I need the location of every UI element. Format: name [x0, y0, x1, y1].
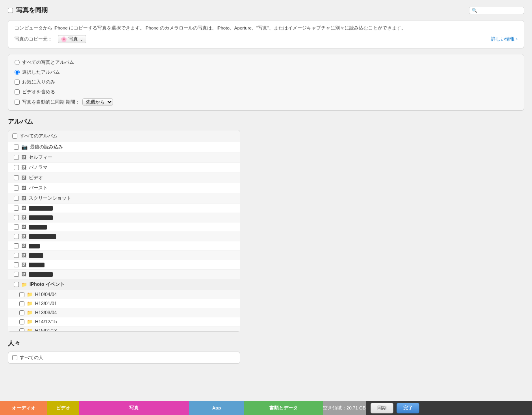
album-checkbox[interactable] [14, 196, 19, 201]
folder-icon: 📁 [21, 282, 27, 287]
auto-sync-label: 写真を自動的に同期 期間： [22, 99, 80, 106]
list-item[interactable]: 🖼 [8, 251, 240, 260]
event-name: H10/04/04 [35, 292, 57, 297]
done-button[interactable]: 完了 [397, 403, 419, 413]
all-photos-radio[interactable] [15, 60, 20, 65]
free-space-segment: 空き領域：20.71 GB [323, 401, 366, 415]
event-folder-icon: 📁 [27, 328, 33, 331]
list-item[interactable]: 📁 H15/01/13 [8, 326, 240, 331]
album-checkbox[interactable] [14, 215, 19, 220]
iphoto-label: iPhoto イベント [30, 281, 65, 288]
list-item[interactable]: 🖼 ビデオ [8, 173, 240, 183]
list-item[interactable]: 🖼 [8, 204, 240, 213]
album-icon: 🖼 [21, 154, 26, 160]
list-item[interactable]: 📁 H13/03/04 [8, 308, 240, 317]
sync-checkbox[interactable] [8, 8, 13, 13]
list-item[interactable]: 🖼 [8, 213, 240, 222]
event-folder-icon: 📁 [27, 301, 33, 306]
event-name: H13/03/04 [35, 310, 57, 315]
list-item[interactable]: 🖼 スクリーンショット [8, 193, 240, 204]
album-checkbox[interactable] [14, 206, 19, 211]
album-checkbox[interactable] [14, 253, 19, 258]
list-item[interactable]: 🖼 [8, 232, 240, 241]
album-icon: 🖼 [21, 243, 26, 249]
album-icon: 📷 [21, 144, 28, 150]
video-segment: ビデオ [47, 401, 79, 415]
all-photos-option[interactable]: すべての写真とアルバム [15, 59, 517, 66]
album-icon: 🖼 [21, 233, 26, 239]
source-name: 写真 [69, 36, 78, 42]
event-checkbox[interactable] [19, 319, 24, 324]
album-checkbox[interactable] [14, 272, 19, 277]
auto-sync-option[interactable]: 写真を自動的に同期 期間： 先週から 先月から 先年から [15, 98, 517, 106]
list-item[interactable]: 🖼 セルフィー [8, 152, 240, 163]
list-item[interactable]: 📁 H14/12/15 [8, 317, 240, 326]
all-albums-row[interactable]: すべてのアルバム [8, 130, 240, 142]
album-icon: 🖼 [21, 175, 26, 181]
album-checkbox[interactable] [14, 165, 19, 170]
list-item[interactable]: 🖼 パノラマ [8, 163, 240, 173]
source-selector[interactable]: 🌸 写真 ⌄ [58, 35, 86, 43]
event-checkbox[interactable] [19, 328, 24, 332]
album-checkbox[interactable] [14, 243, 19, 248]
books-label: 書類とデータ [269, 405, 298, 411]
video-label: ビデオ [56, 405, 70, 411]
include-video-option[interactable]: ビデオを含める [15, 89, 517, 95]
album-checkbox[interactable] [14, 224, 19, 230]
app-segment: App [189, 401, 244, 415]
list-item[interactable]: 🖼 バースト [8, 183, 240, 193]
album-icon: 🖼 [21, 195, 26, 201]
album-checkbox[interactable] [14, 234, 19, 239]
album-list-container: すべてのアルバム 📷 最後の読み込み 🖼 セルフィー 🖼 パノラマ 🖼 [8, 130, 240, 332]
free-space-label: 空き領域：20.71 GB [323, 405, 366, 411]
album-checkbox[interactable] [14, 185, 19, 191]
list-item[interactable]: 🖼 [8, 222, 240, 232]
iphoto-checkbox[interactable] [14, 282, 19, 287]
audio-label: オーディオ [12, 405, 35, 411]
album-checkbox[interactable] [14, 175, 19, 180]
album-icon: 🖼 [21, 271, 26, 277]
list-item[interactable]: 📷 最後の読み込み [8, 142, 240, 152]
bottom-buttons: 同期 完了 [366, 403, 424, 413]
list-item[interactable]: 📁 H10/04/04 [8, 290, 240, 299]
search-box: 🔍 [469, 7, 524, 14]
search-input[interactable] [479, 8, 518, 13]
detail-link[interactable]: 詳しい情報 › [491, 36, 517, 42]
selected-albums-option[interactable]: 選択したアルバム [15, 69, 517, 76]
album-icon: 🖼 [21, 215, 26, 220]
people-box: すべての人 [8, 352, 240, 364]
event-checkbox[interactable] [19, 292, 24, 297]
copy-source-label: 写真のコピー元： [15, 36, 52, 42]
album-name: セルフィー [29, 154, 52, 161]
event-checkbox[interactable] [19, 310, 24, 315]
all-albums-checkbox[interactable] [12, 133, 17, 139]
album-name: パノラマ [29, 164, 48, 171]
selected-albums-label: 選択したアルバム [22, 69, 60, 76]
list-item[interactable]: 🖼 [8, 241, 240, 251]
album-name-blurred [29, 253, 43, 258]
auto-sync-checkbox[interactable] [15, 100, 20, 105]
album-checkbox[interactable] [14, 155, 19, 160]
all-people-checkbox[interactable] [12, 355, 17, 360]
album-checkbox[interactable] [14, 262, 19, 267]
album-icon: 🖼 [21, 165, 26, 170]
favorites-option[interactable]: お気に入りのみ [15, 79, 517, 85]
photo-label: 写真 [129, 405, 139, 411]
album-name: バースト [29, 185, 48, 191]
list-item[interactable]: 📁 H13/01/01 [8, 299, 240, 308]
selected-albums-radio[interactable] [15, 70, 20, 75]
album-checkbox[interactable] [14, 145, 19, 150]
source-chevron-icon: ⌄ [80, 37, 83, 42]
list-item[interactable]: 🖼 [8, 270, 240, 279]
include-video-checkbox[interactable] [15, 89, 20, 94]
period-select[interactable]: 先週から 先月から 先年から [82, 98, 113, 106]
event-checkbox[interactable] [19, 301, 24, 306]
album-icon: 🖼 [21, 205, 26, 211]
bottom-bar: オーディオ ビデオ 写真 App 書類とデータ 空き領域：20.71 GB 同期… [0, 401, 532, 415]
album-name: ビデオ [29, 174, 43, 181]
iphoto-header: 📁 iPhoto イベント [8, 279, 240, 290]
favorites-checkbox[interactable] [15, 80, 20, 85]
album-name: 最後の読み込み [30, 144, 63, 150]
list-item[interactable]: 🖼 [8, 260, 240, 270]
sync-button[interactable]: 同期 [371, 403, 393, 413]
